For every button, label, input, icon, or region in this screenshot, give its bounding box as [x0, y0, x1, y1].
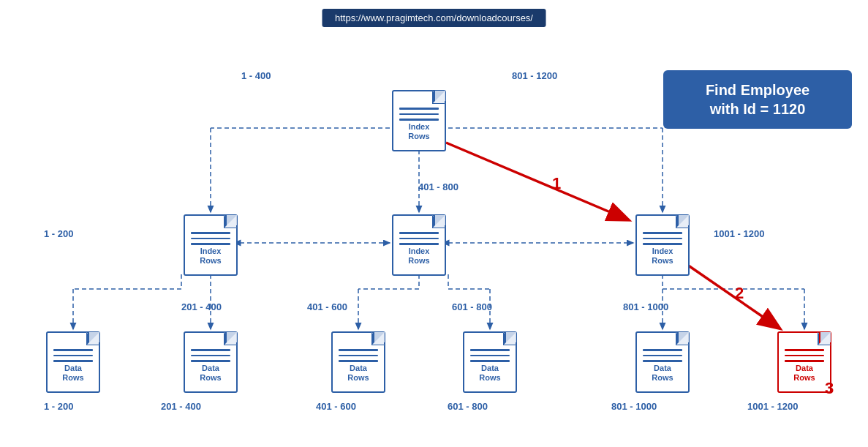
svg-line-22	[687, 265, 779, 328]
range-601-800-bottom: 601 - 800	[448, 401, 488, 412]
range-601-800-mid: 601 - 800	[452, 301, 492, 312]
mid-right-index-node: Index Rows	[633, 212, 692, 278]
range-1-400: 1 - 400	[241, 70, 271, 81]
range-801-1000-bottom: 801 - 1000	[611, 401, 657, 412]
range-401-600-bottom: 401 - 600	[316, 401, 356, 412]
mid-left-index-node: Index Rows	[181, 212, 240, 278]
data-node-5: Data Rows	[633, 329, 692, 395]
range-201-400-mid: 201 - 400	[181, 301, 222, 312]
range-1001-1200-mid: 1001 - 1200	[714, 228, 764, 239]
data-node-2: Data Rows	[181, 329, 240, 395]
data-node-1: Data Rows	[44, 329, 102, 395]
range-801-1000-mid: 801 - 1000	[623, 301, 668, 312]
step-1: 1	[552, 174, 561, 193]
range-401-600-mid: 401 - 600	[307, 301, 347, 312]
data-node-3: Data Rows	[329, 329, 388, 395]
url-bar: https://www.pragimtech.com/downloadcours…	[322, 9, 546, 27]
range-1001-1200-bottom: 1001 - 1200	[747, 401, 798, 412]
step-2: 2	[735, 284, 744, 303]
mid-center-index-node: Index Rows	[390, 212, 448, 278]
range-401-800: 401 - 800	[418, 181, 458, 192]
range-1-200-bottom: 1 - 200	[44, 401, 73, 412]
step-3: 3	[825, 379, 834, 398]
svg-line-21	[446, 143, 627, 219]
find-employee-box: Find Employee with Id = 1120	[663, 70, 852, 129]
range-1-200-mid: 1 - 200	[44, 228, 73, 239]
root-index-node: Index Rows	[390, 88, 448, 154]
range-201-400-bottom: 201 - 400	[161, 401, 201, 412]
data-node-4: Data Rows	[461, 329, 519, 395]
range-801-1200: 801 - 1200	[512, 70, 557, 81]
